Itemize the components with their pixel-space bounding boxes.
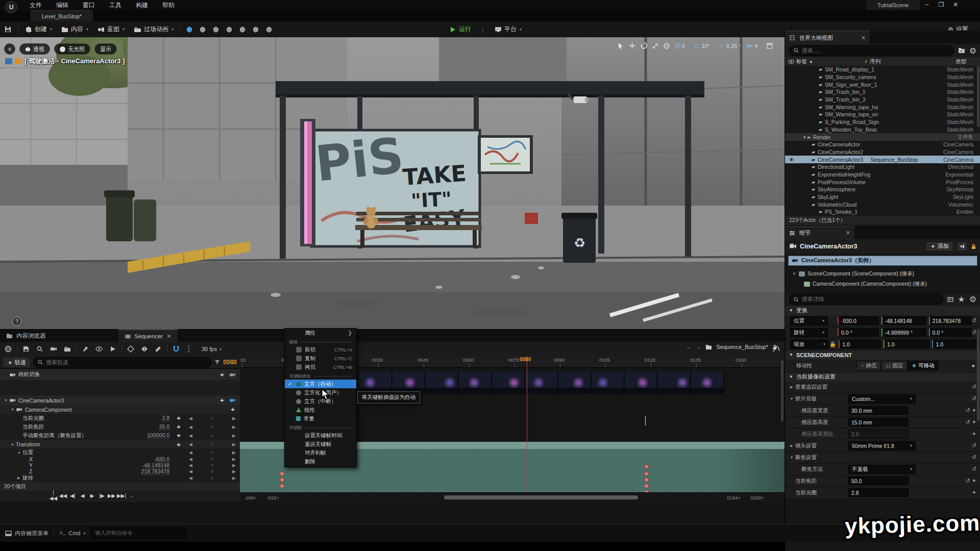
favorites-icon[interactable]: ★ (958, 294, 965, 304)
maximize-viewport-icon[interactable] (767, 43, 773, 49)
sequencer-tab[interactable]: Sequencer ✕ (118, 329, 178, 342)
track-plus-icon[interactable]: ＋ (176, 431, 182, 440)
context-menu-item[interactable]: ✓立方（自动） (285, 380, 356, 388)
scenecomponent-section-header[interactable]: ▼SCENECOMPONENT (785, 350, 980, 360)
nav-forward-icon[interactable]: → (696, 344, 701, 350)
blueprint-edit-icon[interactable] (957, 241, 968, 252)
track-当前焦距[interactable]: 当前焦距35.0＋◀○▶ (0, 422, 240, 431)
scale-selector[interactable]: 缩放▾ (790, 340, 829, 349)
go-start-icon[interactable]: |◀◀ (49, 490, 58, 501)
track-value[interactable]: 100000.0 (147, 432, 169, 439)
context-menu-item[interactable]: 剪切CTRL+X (285, 345, 356, 354)
next-key-nav-icon[interactable]: |▶ (97, 493, 106, 498)
edit-mode-icon[interactable] (153, 344, 163, 354)
step-back-icon[interactable]: ◀ (78, 493, 87, 498)
show-flags-selector[interactable]: 显示 (94, 43, 117, 55)
track-plus-icon[interactable]: ＋ (219, 370, 225, 379)
move-tool-icon[interactable] (629, 42, 635, 49)
level-viewport[interactable]: PiS TAKE "IT" EASY ♻ (0, 37, 785, 329)
foliage-mode-icon[interactable] (209, 24, 223, 35)
fwd-frames-icon[interactable]: ▶▶ (107, 493, 116, 498)
track-camera-icon[interactable] (229, 372, 236, 377)
find-icon[interactable] (35, 344, 45, 354)
mobility-advanced-icon[interactable]: ✦ (971, 363, 975, 369)
track-Transform[interactable]: ▼Transform＋◀○▶ (0, 440, 240, 449)
mobility-option-1[interactable]: ⟦⟧固定 (881, 361, 908, 370)
prop-value[interactable]: 15.0 mm (848, 418, 909, 427)
prop-value[interactable]: 2.8 (848, 488, 909, 497)
next-key-icon[interactable]: ▶ (232, 416, 236, 421)
track-Z[interactable]: Z218.783478◀○▶ (0, 468, 240, 474)
prev-key-icon[interactable]: ◀ (189, 463, 192, 468)
outliner-close-icon[interactable]: ✕ (861, 35, 866, 41)
scale-y[interactable]: 1.0 (884, 340, 929, 348)
outliner-row[interactable]: ▰ S_Wooden_Toy_Bear,StaticMesh (785, 126, 980, 134)
outliner-row[interactable]: ▰ SM_Trash_bin_3StaticMesh (785, 96, 980, 104)
keyframe-dot[interactable] (280, 471, 284, 476)
location-selector[interactable]: 位置▾ (790, 316, 828, 325)
timeline-scrollbar[interactable] (444, 495, 638, 499)
view-mode-selector[interactable]: 无光照 (54, 43, 90, 55)
visibility-column-icon[interactable] (788, 60, 794, 64)
prop-value[interactable]: 30.0 mm (848, 406, 909, 415)
menu-1[interactable]: 编辑 (49, 0, 76, 10)
meshpaint-mode-icon[interactable] (223, 24, 236, 35)
snap-options-dots[interactable]: ⋮ (185, 344, 195, 354)
context-menu-item[interactable]: 设置关键帧时间 (285, 431, 356, 440)
context-menu-item[interactable]: 对齐到帧 (285, 448, 356, 457)
save-button[interactable] (0, 21, 16, 37)
track-search[interactable]: 搜索轨道 (33, 357, 211, 368)
context-menu-item[interactable]: 拷贝CTRL+W (285, 363, 356, 371)
current-frame-display[interactable]: 0080 (223, 359, 237, 366)
prop-dropdown[interactable]: 50mm Prime f/1.8▾ (848, 441, 916, 450)
keyframe-dot[interactable] (644, 464, 649, 469)
range-end-a[interactable]: 0164+ (727, 495, 741, 500)
scale-snap-control[interactable]: 0.25▾ (719, 43, 741, 49)
sequence-name[interactable]: Sequence_BusStop* (716, 344, 768, 350)
track-plus-icon[interactable]: ＋ (219, 396, 225, 405)
outliner-row[interactable]: ▰ SM_Sign_wet_floor_1StaticMesh (785, 81, 980, 88)
next-key-icon[interactable]: ▶ (232, 463, 236, 468)
component-tree-item[interactable]: CameraComponent (CameraComponent) (继承) (792, 279, 980, 289)
track-CameraComponent[interactable]: ▼CameraComponent＋ (0, 405, 240, 414)
transform-section-header[interactable]: ▼变换 (785, 306, 980, 315)
menu-4[interactable]: 构建 (129, 0, 155, 10)
component-tree-item[interactable]: ▼ SceneComponent (SceneComponent) (继承) (792, 269, 980, 279)
track-value[interactable]: 2.8 (162, 415, 169, 421)
scale-z[interactable]: 1.0 (932, 340, 976, 348)
outliner-row[interactable]: ▰ SM_Road_display_1StaticMesh (785, 66, 980, 73)
add-key-icon[interactable]: ○ (211, 469, 213, 474)
animation-mode-icon[interactable] (262, 24, 276, 35)
world-space-icon[interactable] (664, 43, 670, 49)
rotation-snap-control[interactable]: 10°▾ (694, 43, 714, 49)
menu-2[interactable]: 窗口 (76, 0, 102, 10)
context-menu-item[interactable]: 立方（中断） (285, 397, 356, 406)
prop-dropdown[interactable]: 不重载▾ (848, 465, 916, 474)
track-X[interactable]: X-930.0◀○▶ (0, 456, 240, 462)
select-mode-icon[interactable] (183, 24, 196, 35)
playhead[interactable] (527, 356, 527, 502)
new-folder-icon[interactable]: + (958, 47, 965, 54)
playback-options-icon[interactable] (108, 344, 118, 354)
add-key-icon[interactable]: ○ (211, 442, 213, 447)
context-menu-item[interactable]: 复制CTRL+C (285, 354, 356, 363)
camera-settings-section-header[interactable]: ▼当前摄像机设置 (785, 372, 980, 382)
lock-icon[interactable] (971, 243, 976, 249)
prev-key-icon[interactable]: ◀ (189, 475, 192, 481)
console-input[interactable]: 输入控制台命令 (90, 528, 186, 539)
close-button[interactable]: ✕ (948, 0, 963, 9)
play-button[interactable]: 运行 (445, 21, 476, 37)
prev-key-icon[interactable]: ◀ (189, 442, 192, 447)
fracture-mode-icon[interactable] (236, 24, 249, 35)
add-key-icon[interactable]: ○ (211, 424, 213, 430)
range-end-b[interactable]: 0258+ (750, 495, 764, 500)
cinematics-button[interactable]: 过场动画▾ (129, 21, 178, 37)
prev-key-icon[interactable]: ◀ (189, 450, 192, 455)
prev-key-icon[interactable]: ◀ (189, 424, 192, 430)
sequence-lock-icon[interactable] (772, 344, 777, 350)
prev-key-nav-icon[interactable]: ◀| (68, 493, 77, 498)
play-options-dots[interactable]: ⋮ (480, 26, 486, 33)
track-旋转[interactable]: ▶旋转◀○▶ (0, 474, 240, 481)
landscape-mode-icon[interactable] (196, 24, 209, 35)
back-frames-icon[interactable]: ◀◀ (59, 493, 67, 498)
